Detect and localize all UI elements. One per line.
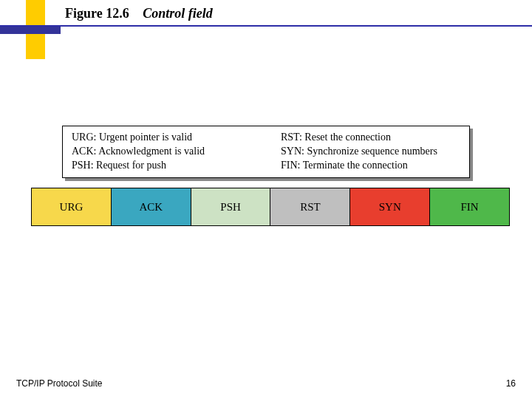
deco-horizontal-bar — [0, 27, 61, 34]
legend-line: SYN: Synchronize sequence numbers — [281, 145, 460, 159]
legend-line: URG: Urgent pointer is valid — [72, 131, 251, 145]
legend-column-left: URG: Urgent pointer is valid ACK: Acknow… — [72, 131, 251, 173]
legend-line: FIN: Terminate the connection — [281, 159, 460, 173]
flag-ack: ACK — [112, 188, 191, 225]
flag-syn: SYN — [350, 188, 430, 225]
page-number: 16 — [506, 378, 516, 389]
control-field-flags: URG ACK PSH RST SYN FIN — [31, 188, 510, 226]
flag-fin: FIN — [430, 188, 509, 225]
figure-caption: Control field — [143, 6, 213, 21]
legend-column-right: RST: Reset the connection SYN: Synchroni… — [281, 131, 460, 173]
flag-urg: URG — [32, 188, 112, 225]
title-underline — [0, 25, 532, 27]
legend-line: ACK: Acknowledgment is valid — [72, 145, 251, 159]
legend-line: RST: Reset the connection — [281, 131, 460, 145]
footer-source: TCP/IP Protocol Suite — [16, 378, 103, 389]
slide-corner-decoration — [0, 0, 66, 66]
flag-psh: PSH — [191, 188, 271, 225]
figure-number: Figure 12.6 — [65, 6, 129, 21]
legend-box: URG: Urgent pointer is valid ACK: Acknow… — [62, 126, 470, 178]
flag-rst: RST — [270, 188, 350, 225]
legend-line: PSH: Request for push — [72, 159, 251, 173]
figure-title: Figure 12.6 Control field — [65, 6, 213, 21]
